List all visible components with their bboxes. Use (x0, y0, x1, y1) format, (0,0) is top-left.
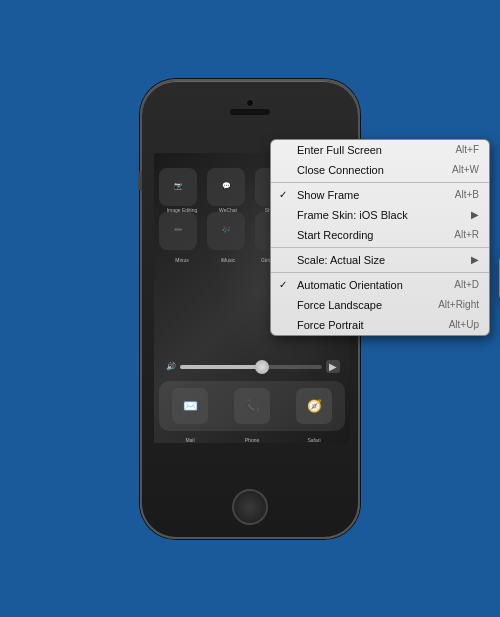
menu-label-show-frame: Show Frame (297, 189, 359, 201)
camera-icon (246, 99, 254, 107)
slider-fill (180, 365, 265, 369)
dock-label-phone: Phone (232, 437, 272, 443)
label-imusic: iMusic (205, 257, 251, 263)
dock-safari[interactable]: 🧭 (296, 388, 332, 424)
menu-item-frame-skin[interactable]: Frame Skin: iOS Black ▶ ✓ iOS Black iOS … (271, 205, 489, 225)
phone: 📷 💬 🎵 ➖ 🎶 👧 ⚙️ Image Editing WeChat Shaz… (140, 79, 360, 539)
menu-item-close-connection[interactable]: Close Connection Alt+W (271, 160, 489, 180)
menu-label-start-recording: Start Recording (297, 229, 373, 241)
dock-mail[interactable]: ✉️ (172, 388, 208, 424)
dock-labels: Mail Phone Safari (159, 437, 345, 443)
home-button[interactable] (232, 489, 268, 525)
slider-thumb[interactable] (255, 360, 269, 374)
menu-item-scale[interactable]: Scale: Actual Size ▶ (271, 250, 489, 270)
separator-1 (271, 182, 489, 183)
menu-item-show-frame[interactable]: ✓ Show Frame Alt+B (271, 185, 489, 205)
dock-phone[interactable]: 📞 (234, 388, 270, 424)
dock-label-mail: Mail (170, 437, 210, 443)
slider-track[interactable] (180, 365, 322, 369)
separator-3 (271, 272, 489, 273)
speaker-icon (230, 109, 270, 115)
menu-label-frame-skin: Frame Skin: iOS Black (297, 209, 408, 221)
menu-item-auto-orientation[interactable]: ✓ Automatic Orientation Alt+D (271, 275, 489, 295)
shortcut-force-portrait: Alt+Up (449, 319, 479, 330)
menu-item-force-portrait[interactable]: Force Portrait Alt+Up (271, 315, 489, 335)
app-icon-imusic[interactable]: 🎶 (207, 212, 245, 250)
app-icon-minus[interactable]: ➖ (159, 212, 197, 250)
volume-button-left (138, 171, 142, 191)
label-minus: Minus (159, 257, 205, 263)
checkmark-show-frame: ✓ (279, 189, 287, 200)
menu-label-scale: Scale: Actual Size (297, 254, 385, 266)
app-icon-wechat[interactable]: 💬 (207, 168, 245, 206)
airplay-icon: ▶ (326, 360, 340, 373)
menu-label-enter-full-screen: Enter Full Screen (297, 144, 382, 156)
app-icon-image-editing[interactable]: 📷 (159, 168, 197, 206)
submenu-arrow-frame-skin: ▶ (471, 209, 479, 220)
shortcut-force-landscape: Alt+Right (438, 299, 479, 310)
shortcut-close-connection: Alt+W (452, 164, 479, 175)
menu-label-auto-orientation: Automatic Orientation (297, 279, 403, 291)
menu-label-force-landscape: Force Landscape (297, 299, 382, 311)
shortcut-auto-orientation: Alt+D (454, 279, 479, 290)
volume-slider[interactable]: 🔊 ▶ (166, 359, 340, 375)
menu-label-close-connection: Close Connection (297, 164, 384, 176)
shortcut-start-recording: Alt+R (454, 229, 479, 240)
label-wechat: WeChat (205, 207, 251, 213)
menu-item-start-recording[interactable]: Start Recording Alt+R (271, 225, 489, 245)
separator-2 (271, 247, 489, 248)
submenu-arrow-scale: ▶ (471, 254, 479, 265)
checkmark-auto-orientation: ✓ (279, 279, 287, 290)
volume-icon: 🔊 (166, 362, 176, 371)
label-image-editing: Image Editing (159, 207, 205, 213)
context-menu: Enter Full Screen Alt+F Close Connection… (270, 139, 490, 336)
app-dock: ✉️ 📞 🧭 (159, 381, 345, 431)
menu-item-enter-full-screen[interactable]: Enter Full Screen Alt+F (271, 140, 489, 160)
shortcut-enter-full-screen: Alt+F (455, 144, 479, 155)
menu-label-force-portrait: Force Portrait (297, 319, 364, 331)
shortcut-show-frame: Alt+B (455, 189, 479, 200)
dock-label-safari: Safari (294, 437, 334, 443)
menu-item-force-landscape[interactable]: Force Landscape Alt+Right (271, 295, 489, 315)
